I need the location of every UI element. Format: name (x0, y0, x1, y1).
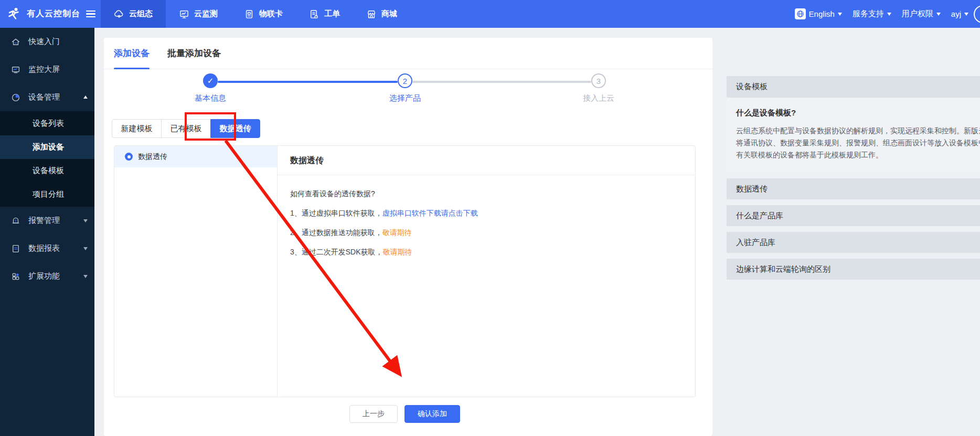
sidebar-item-device-template[interactable]: 设备模板 (0, 159, 94, 183)
nav-item-cloud-monitor[interactable]: 云监测 (166, 0, 231, 28)
permissions-dropdown[interactable]: 用户权限 (897, 9, 946, 19)
passthrough-option-selected[interactable]: 数据透传 (114, 146, 277, 167)
radio-label: 数据透传 (138, 152, 167, 162)
step-label: 基本信息 (174, 93, 247, 103)
language-label: English (809, 9, 835, 18)
help-section-content: 什么是设备模板? 云组态系统中配置与设备数据协议的解析规则，实现远程采集和控制。… (727, 98, 980, 173)
username-label: ayj (951, 9, 961, 18)
topbar: 有人云控制台 云组态 云监测 (0, 0, 980, 28)
step-check-icon (203, 73, 218, 88)
sidebar-item-alarm-management[interactable]: 报警管理 (0, 207, 94, 235)
nav-item-cloud-scada[interactable]: 云组态 (101, 0, 166, 28)
avatar[interactable] (974, 5, 980, 23)
chevron-down-icon (83, 219, 88, 225)
tab-add-device[interactable]: 添加设备 (114, 38, 150, 69)
nav-label: 商城 (381, 9, 397, 19)
help-panel: 设备模板 什么是设备模板? 云组态系统中配置与设备数据协议的解析规则，实现远程采… (727, 76, 980, 285)
step-connect-cloud: 3 接入上云 (562, 73, 635, 103)
coming-soon-label: 敬请期待 (383, 248, 412, 256)
nav-label: 云监测 (194, 9, 218, 19)
help-section-data-passthrough[interactable]: 数据透传 (727, 178, 980, 199)
permissions-label: 用户权限 (902, 9, 933, 19)
mode-data-passthrough-button[interactable]: 数据透传 (210, 119, 260, 138)
sidebar-item-project-group[interactable]: 项目分组 (0, 183, 94, 206)
globe-icon (795, 8, 806, 19)
sidebar-item-device-list[interactable]: 设备列表 (0, 112, 94, 135)
passthrough-detail: 数据透传 如何查看设备的透传数据? 1、通过虚拟串口软件获取，虚拟串口软件下载请… (278, 146, 695, 397)
user-dropdown[interactable]: ayj (946, 9, 974, 18)
sidebar-item-big-screen[interactable]: 监控大屏 (0, 56, 94, 83)
submenu-label: 项目分组 (33, 189, 64, 199)
help-body-text: 云组态系统中配置与设备数据协议的解析规则，实现远程采集和控制。新版云服务将通讯协… (736, 125, 980, 161)
detail-item-text: 2、通过数据推送功能获取， (290, 228, 382, 237)
home-icon (11, 37, 20, 47)
chevron-down-icon (83, 247, 88, 252)
tab-batch-add-device[interactable]: 批量添加设备 (167, 38, 221, 69)
chevron-down-icon (887, 13, 891, 18)
chevron-down-icon (964, 13, 968, 18)
topbar-right: English 服务支持 用户权限 ayj (790, 5, 980, 23)
nav-item-iot-card[interactable]: 物联卡 (231, 0, 296, 28)
cloud-icon (114, 9, 124, 19)
confirm-add-button[interactable]: 确认添加 (404, 405, 460, 423)
sidebar-item-label: 数据报表 (28, 243, 60, 253)
hamburger-menu-icon[interactable] (86, 10, 95, 18)
support-label: 服务支持 (853, 9, 884, 19)
step-label: 选择产品 (368, 93, 442, 103)
sidebar-item-add-device[interactable]: 添加设备 (0, 135, 94, 159)
help-section-what-is-product-library[interactable]: 什么是产品库 (727, 205, 980, 226)
passthrough-content-box: 数据透传 数据透传 如何查看设备的透传数据? 1、通过虚拟串口软件获取，虚拟串口… (114, 145, 696, 397)
download-link[interactable]: 虚拟串口软件下载请点击下载 (382, 209, 478, 217)
sidebar-item-label: 监控大屏 (28, 65, 60, 75)
sidebar-item-label: 扩展功能 (28, 271, 60, 281)
chevron-up-icon (83, 93, 88, 99)
detail-body: 如何查看设备的透传数据? 1、通过虚拟串口软件获取，虚拟串口软件下载请点击下载 … (278, 175, 695, 281)
template-mode-group: 新建模板 已有模板 数据透传 (112, 119, 260, 138)
sim-card-icon (244, 9, 254, 19)
radio-checked-icon[interactable] (125, 153, 133, 161)
sidebar-item-label: 报警管理 (28, 216, 60, 226)
help-heading: 什么是设备模板? (736, 108, 980, 118)
submenu-label: 设备列表 (33, 119, 64, 129)
add-device-card: 添加设备 批量添加设备 基本信息 2 选择产品 3 接入上云 新建模板 已有模板… (104, 38, 712, 436)
coming-soon-label: 敬请期待 (382, 228, 412, 237)
passthrough-option-list: 数据透传 (114, 146, 278, 397)
step-basic-info: 基本信息 (174, 73, 247, 103)
nav-item-mall[interactable]: 商城 (353, 0, 410, 28)
detail-item: 2、通过数据推送功能获取，敬请期待 (290, 228, 683, 237)
sidebar: 快速入门 监控大屏 设备管理 设备列表 添加设备 设备模板 (0, 28, 94, 436)
nav-item-work-order[interactable]: 工单 (296, 0, 353, 28)
extension-grid-icon (11, 272, 20, 281)
device-pie-icon (11, 93, 20, 102)
step-select-product: 2 选择产品 (368, 73, 442, 103)
help-section-join-product-library[interactable]: 入驻产品库 (727, 232, 980, 253)
detail-title: 数据透传 (278, 146, 695, 175)
stepper: 基本信息 2 选择产品 3 接入上云 (104, 69, 712, 120)
device-management-submenu: 设备列表 添加设备 设备模板 项目分组 (0, 111, 94, 207)
sidebar-item-quick-start[interactable]: 快速入门 (0, 28, 94, 56)
previous-step-button[interactable]: 上一步 (349, 405, 398, 423)
brand-title: 有人云控制台 (27, 8, 80, 19)
detail-question: 如何查看设备的透传数据? (290, 189, 683, 198)
card-tabs: 添加设备 批量添加设备 (104, 38, 712, 69)
mode-new-template-button[interactable]: 新建模板 (112, 119, 162, 138)
chevron-down-icon (838, 13, 842, 18)
step-number: 2 (398, 73, 412, 88)
detail-item-text: 3、通过二次开发SDK获取， (290, 248, 383, 256)
big-screen-icon (11, 65, 20, 75)
sidebar-item-data-report[interactable]: 数据报表 (0, 235, 94, 262)
step-label: 接入上云 (562, 93, 635, 103)
brand: 有人云控制台 (0, 6, 101, 22)
help-section-device-template[interactable]: 设备模板 (727, 76, 980, 98)
mode-existing-template-button[interactable]: 已有模板 (161, 119, 211, 138)
submenu-label: 设备模板 (33, 166, 64, 176)
usr-runner-logo-icon (6, 6, 22, 22)
support-dropdown[interactable]: 服务支持 (847, 9, 897, 19)
sidebar-item-extensions[interactable]: 扩展功能 (0, 262, 94, 290)
language-dropdown[interactable]: English (790, 8, 847, 19)
help-section-edge-vs-cloud-polling[interactable]: 边缘计算和云端轮询的区别 (727, 259, 980, 280)
sidebar-item-device-management[interactable]: 设备管理 (0, 83, 94, 111)
storefront-icon (366, 9, 377, 19)
detail-item: 1、通过虚拟串口软件获取，虚拟串口软件下载请点击下载 (290, 209, 683, 217)
nav-label: 云组态 (129, 9, 153, 19)
